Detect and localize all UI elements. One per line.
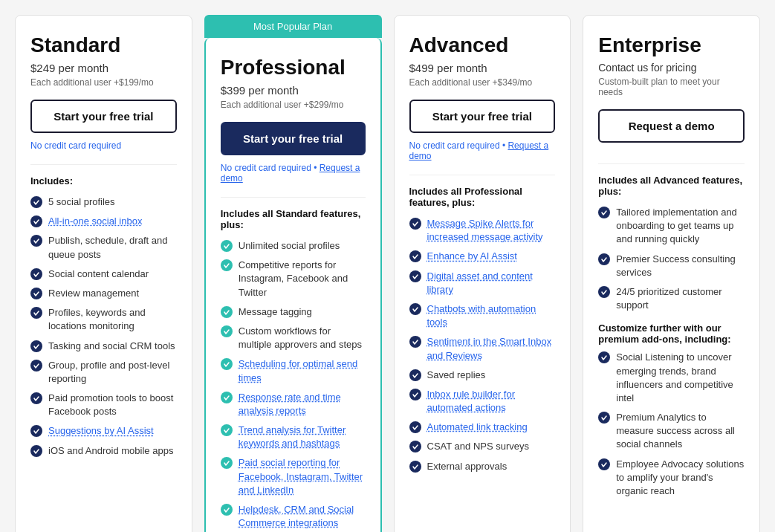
feature-text: Competitive reports for Instagram, Faceb…	[239, 259, 366, 299]
feature-item: Tasking and social CRM tools	[30, 340, 177, 353]
feature-item: Employee Advocacy solutions to amplify y…	[598, 458, 745, 499]
feature-link[interactable]: Helpdesk, CRM and Social Commerce integr…	[239, 504, 354, 528]
feature-text: 5 social profiles	[48, 195, 115, 209]
feature-text: Tailored implementation and onboarding t…	[616, 206, 745, 247]
feature-item: Sentiment in the Smart Inbox and Reviews	[409, 335, 556, 362]
customize-title: Customize further with our premium add-o…	[598, 322, 745, 345]
customize-feature-list: Social Listening to uncover emerging tre…	[598, 351, 745, 498]
feature-link[interactable]: All-in-one social inbox	[48, 215, 142, 227]
feature-item: CSAT and NPS surveys	[409, 440, 556, 453]
feature-item: Paid social reporting for Facebook, Inst…	[221, 456, 366, 497]
plan-name: Enterprise	[598, 33, 745, 57]
feature-link[interactable]: Trend analysis for Twitter keywords and …	[239, 424, 346, 449]
feature-text: CSAT and NPS surveys	[427, 440, 530, 453]
feature-item: Social Listening to uncover emerging tre…	[598, 351, 745, 405]
feature-link[interactable]: Chatbots with automation tools	[427, 303, 536, 328]
feature-item: Publish, schedule, draft and queue posts	[30, 234, 177, 261]
check-icon	[30, 268, 42, 280]
check-icon	[30, 340, 42, 352]
plan-card-enterprise: EnterpriseContact us for pricingCustom-b…	[583, 15, 760, 532]
feature-text: Paid promotion tools to boost Facebook p…	[48, 392, 177, 418]
feature-link[interactable]: Scheduling for optimal send times	[239, 358, 357, 383]
feature-text: Trend analysis for Twitter keywords and …	[239, 424, 366, 450]
check-icon	[598, 458, 610, 470]
feature-link[interactable]: Message Spike Alerts for increased messa…	[427, 218, 543, 242]
plan-additional-user: Each additional user +$349/mo	[409, 77, 556, 88]
check-icon	[409, 250, 421, 262]
check-icon	[409, 218, 421, 230]
feature-text: Inbox rule builder for automated actions	[427, 388, 556, 415]
check-icon	[30, 196, 42, 208]
no-credit-text: No credit card required	[409, 140, 500, 151]
feature-link[interactable]: Enhance by AI Assist	[427, 250, 517, 262]
feature-text: Enhance by AI Assist	[427, 250, 517, 263]
pricing-grid: Standard$249 per monthEach additional us…	[15, 15, 760, 532]
feature-text: Suggestions by AI Assist	[48, 424, 154, 438]
feature-item: Saved replies	[409, 369, 556, 382]
feature-link[interactable]: Digital asset and content library	[427, 270, 533, 295]
check-icon	[409, 461, 421, 473]
feature-item: All-in-one social inbox	[30, 215, 177, 228]
includes-title: Includes:	[30, 175, 177, 186]
plan-price: $499 per month	[409, 62, 556, 74]
feature-text: iOS and Android mobile apps	[48, 444, 173, 458]
check-icon	[30, 445, 42, 457]
feature-text: External approvals	[427, 460, 508, 473]
plan-additional-user: Each additional user +$199/mo	[30, 77, 177, 88]
check-icon	[221, 259, 233, 271]
check-icon	[30, 360, 42, 372]
check-icon	[598, 207, 610, 218]
feature-text: Social content calendar	[48, 267, 149, 281]
includes-title: Includes all Professional features, plus…	[409, 186, 556, 208]
plan-additional-user: Each additional user +$299/mo	[221, 100, 366, 110]
feature-item: Inbox rule builder for automated actions	[409, 388, 556, 415]
feature-text: Message Spike Alerts for increased messa…	[427, 217, 556, 244]
check-icon	[409, 421, 421, 433]
feature-item: Custom workflows for multiple approvers …	[221, 325, 366, 351]
feature-link[interactable]: Suggestions by AI Assist	[48, 425, 154, 436]
plan-contact: Contact us for pricing	[598, 62, 745, 74]
trial-button-advanced[interactable]: Start your free trial	[409, 100, 556, 133]
check-icon	[30, 425, 42, 437]
feature-item: Message tagging	[221, 305, 366, 319]
trial-button-standard[interactable]: Start your free trial	[30, 100, 177, 133]
feature-item: Premier Success consulting services	[598, 253, 745, 279]
check-icon	[221, 325, 233, 337]
feature-item: Review management	[30, 287, 177, 300]
trial-button-professional[interactable]: Start your free trial	[221, 122, 366, 155]
plan-contact-sub: Custom-built plan to meet your needs	[598, 77, 745, 97]
feature-item: Automated link tracking	[409, 421, 556, 434]
feature-link[interactable]: Inbox rule builder for automated actions	[427, 389, 516, 413]
feature-text: Employee Advocacy solutions to amplify y…	[616, 458, 745, 499]
check-icon	[221, 457, 233, 469]
feature-item: Competitive reports for Instagram, Faceb…	[221, 259, 366, 299]
feature-item: External approvals	[409, 460, 556, 473]
check-icon	[409, 336, 421, 348]
feature-item: Scheduling for optimal send times	[221, 357, 366, 384]
feature-item: Helpdesk, CRM and Social Commerce integr…	[221, 503, 366, 530]
feature-text: Saved replies	[427, 369, 486, 382]
feature-text: Automated link tracking	[427, 421, 528, 434]
check-icon	[30, 215, 42, 227]
feature-text: Tasking and social CRM tools	[48, 340, 175, 353]
no-credit-text: No credit card required	[221, 163, 311, 173]
check-icon	[598, 286, 610, 298]
feature-item: Trend analysis for Twitter keywords and …	[221, 424, 366, 450]
plan-card-standard: Standard$249 per monthEach additional us…	[15, 15, 192, 532]
feature-item: Premium Analytics to measure success acr…	[598, 411, 745, 452]
feature-list: Tailored implementation and onboarding t…	[598, 206, 745, 312]
feature-link[interactable]: Sentiment in the Smart Inbox and Reviews	[427, 336, 552, 360]
feature-link[interactable]: Automated link tracking	[427, 421, 528, 432]
feature-text: Social Listening to uncover emerging tre…	[616, 351, 745, 405]
feature-item: 5 social profiles	[30, 195, 177, 209]
divider	[221, 197, 366, 198]
feature-text: All-in-one social inbox	[48, 215, 142, 228]
feature-item: Tailored implementation and onboarding t…	[598, 206, 745, 247]
feature-link[interactable]: Paid social reporting for Facebook, Inst…	[239, 457, 363, 495]
feature-link[interactable]: Response rate and time analysis reports	[239, 392, 341, 416]
plan-price: $249 per month	[30, 62, 177, 74]
divider	[409, 175, 556, 175]
feature-text: Unlimited social profiles	[239, 239, 340, 253]
popular-badge: Most Popular Plan	[204, 15, 382, 38]
trial-button-enterprise[interactable]: Request a demo	[598, 109, 745, 143]
